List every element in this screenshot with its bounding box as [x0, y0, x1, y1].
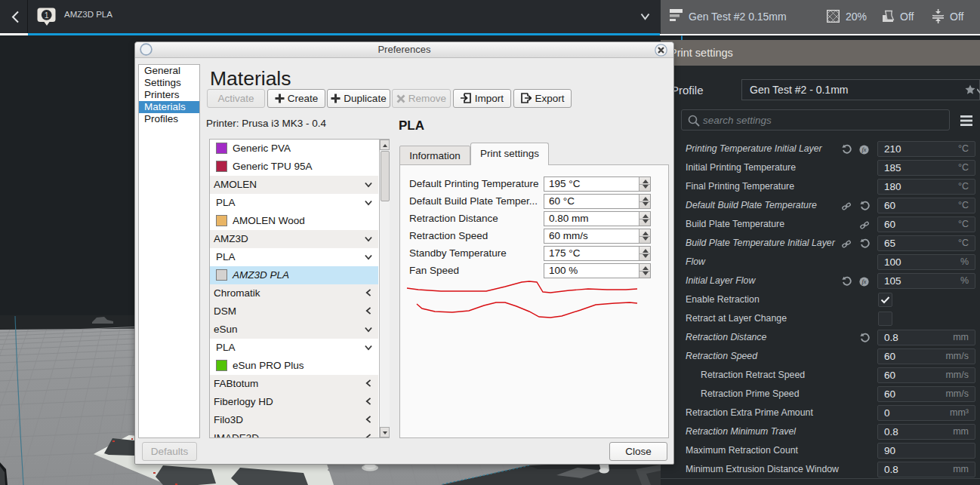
- svg-text:fx: fx: [862, 146, 867, 153]
- svg-text:fx: fx: [862, 278, 867, 285]
- svg-text:1: 1: [45, 11, 49, 20]
